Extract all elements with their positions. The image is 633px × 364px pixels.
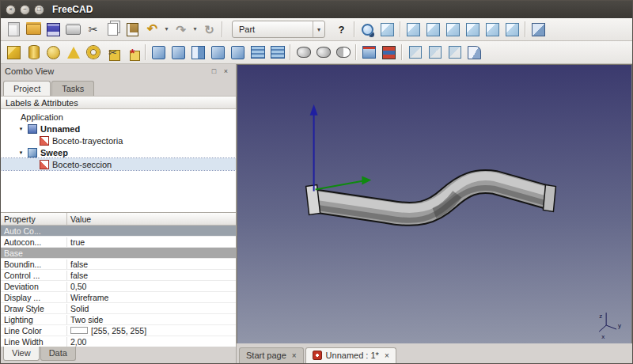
property-row[interactable]: Boundin... false [1,259,236,270]
property-column-header: Property [1,213,67,225]
property-row[interactable]: Control ... false [1,270,236,281]
part-sphere[interactable] [44,43,63,63]
property-row[interactable]: Lighting Two side [1,314,236,325]
loft[interactable] [248,43,267,63]
close-button[interactable]: × [6,5,16,15]
property-row[interactable]: Display ... Wireframe [1,292,236,303]
titlebar: × − □ FreeCAD [1,1,632,18]
workbench-selector[interactable]: Part ▾ [232,21,325,38]
tree-item-label: Sweep [40,148,68,157]
left-view[interactable] [502,20,522,40]
property-row[interactable]: Autocon... true [1,237,236,248]
close-tab-icon[interactable]: × [292,351,297,360]
property-row[interactable]: Line Width 2,00 [1,336,236,347]
boolean-cut[interactable] [333,43,353,63]
fillet[interactable] [208,43,228,63]
axonometric-view[interactable] [377,20,397,40]
convert-to-solid[interactable] [445,43,464,63]
redo-dropdown[interactable]: ▾ [191,20,199,40]
panel-tab[interactable]: Project [3,81,51,96]
part-cone[interactable] [63,43,83,63]
front-view[interactable] [404,20,423,40]
print[interactable] [63,20,83,40]
chevron-down-icon[interactable]: ▾ [313,21,324,37]
new-document[interactable] [4,20,24,40]
axis-label-y: y [618,322,621,329]
property-row[interactable]: Base [1,248,236,259]
tree-item[interactable]: Boceto-trayectoria [1,135,236,146]
paste[interactable] [123,20,142,40]
panel-title: Combo View [5,66,208,76]
boolean-union[interactable] [294,43,313,63]
property-name: Draw Style [1,304,67,313]
extrude[interactable] [149,43,169,63]
workbench-selected-value: Part [239,25,306,34]
redo[interactable]: ↷ [171,20,191,40]
axis-indicator: z x y [599,313,621,340]
compound[interactable] [379,43,399,63]
rear-view[interactable] [463,20,483,40]
freecad-window: × − □ FreeCAD ✂ [0,0,633,364]
cut[interactable]: ✂ [83,20,103,40]
close-panel-button[interactable]: × [220,66,232,78]
tree-item[interactable]: Boceto-seccion [1,158,236,170]
tree-column-header: Labels & Attributes [1,96,236,109]
property-row[interactable]: Auto Co... [1,226,236,237]
ruled-surface[interactable] [228,43,248,63]
revolve[interactable] [169,43,188,63]
refresh[interactable]: ↻ [199,20,219,40]
part-cylinder[interactable] [24,43,44,63]
property-row[interactable]: Draw Style Solid [1,303,236,314]
property-value: Wireframe [67,293,236,302]
property-view-tab[interactable]: Data [40,347,76,361]
property-row[interactable]: Line Color [255, 255, 255] [1,325,236,336]
save-document[interactable] [44,20,63,40]
y-axis-arrow-icon [362,176,371,185]
fit-all[interactable] [358,20,377,40]
cross-sections[interactable] [359,43,379,63]
part-box[interactable] [4,43,24,63]
separator [142,43,149,63]
bottom-view[interactable] [483,20,502,40]
document-tab[interactable]: Unnamed : 1* × [305,347,396,363]
whats-this[interactable]: ? [332,20,351,40]
minimize-button[interactable]: − [20,5,30,15]
mirror[interactable] [188,43,208,63]
tree-item[interactable]: ▾ Unnamed [1,123,236,135]
3d-viewport[interactable]: z x y [237,64,632,343]
boolean-common[interactable] [313,43,333,63]
property-row[interactable]: Deviation 0,50 [1,281,236,292]
document-tab-label: Start page [246,351,286,360]
copy[interactable] [103,20,123,40]
property-name: Auto Co... [1,226,67,236]
panel-tab[interactable]: Tasks [51,81,94,96]
separator [351,20,358,40]
property-view-tab[interactable]: View [3,347,40,361]
measure-distance[interactable] [529,20,548,40]
undo-dropdown[interactable]: ▾ [162,20,171,40]
create-primitives[interactable]: * [123,43,142,63]
tree-item[interactable]: ▾ Sweep [1,146,236,158]
tree-item[interactable]: Application [1,111,236,123]
right-view[interactable] [443,20,463,40]
swept-solid[interactable] [306,176,556,221]
undo[interactable]: ↶ [142,20,162,40]
top-view[interactable] [423,20,443,40]
float-panel-button[interactable]: □ [208,66,220,78]
open-document[interactable] [24,20,44,40]
close-tab-icon[interactable]: × [385,351,389,360]
sweep-end-cap [543,185,555,212]
part-torus[interactable] [83,43,103,63]
shape-from-mesh[interactable] [425,43,445,63]
maximize-button[interactable]: □ [34,5,44,15]
expander-icon[interactable]: ▾ [17,126,25,132]
toolbar-standard: ✂ ↶ ▾ ↷ ▾ ↻ Part ▾ ? [1,18,632,41]
box-selection[interactable] [405,43,425,63]
refine-shape[interactable] [464,43,484,63]
shape-builder[interactable]: ✂ [103,43,123,63]
expander-icon[interactable]: ▾ [17,150,25,156]
sweep[interactable] [267,43,287,63]
document-tab[interactable]: Start page × [239,347,304,363]
property-value: false [67,260,236,269]
z-axis-arrow-icon [310,104,318,116]
